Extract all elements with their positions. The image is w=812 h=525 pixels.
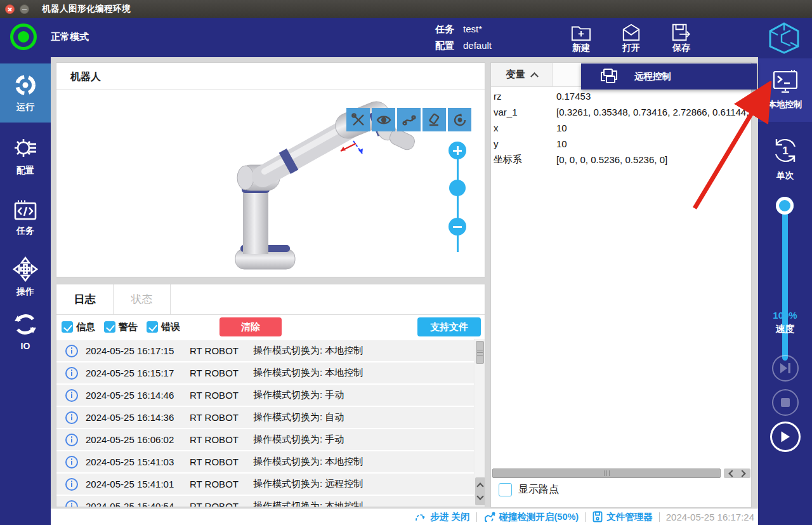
eye-icon [376,112,391,128]
status-datetime: 2024-05-25 16:17:24 [666,512,754,522]
step-forward-button[interactable] [772,355,799,382]
mode-label: 正常模式 [51,31,89,43]
open-icon [620,22,642,43]
divider [585,512,586,522]
nav-task-icon [13,199,37,221]
variable-row: 坐标系[0, 0, 0, 0.5236, 0.5236, 0] [491,152,751,168]
speed-slider-track[interactable] [782,202,788,361]
checkbox-icon [62,321,73,333]
variables-hscrollbar-thumb[interactable] [492,469,721,478]
chevron-up-icon[interactable] [476,483,483,490]
app-header: 正常模式 任务test* 配置default 新建 打开 保存 [0,18,812,57]
sidebar-item-task[interactable]: 任务 [0,189,51,246]
tab-status[interactable]: 状态 [114,284,171,314]
filter-error-checkbox[interactable]: 错误 [147,321,180,333]
new-button[interactable]: 新建 [561,20,601,56]
divider [476,512,477,522]
info-icon [65,411,78,424]
info-icon [65,500,78,507]
zoom-slider-track[interactable] [457,150,459,252]
log-list: 2024-05-25 16:17:15RT ROBOT操作模式切换为: 本地控制… [56,340,474,507]
variables-hscrollbar[interactable] [492,469,750,478]
log-list-wrap: 2024-05-25 16:17:15RT ROBOT操作模式切换为: 本地控制… [56,339,485,507]
close-icon[interactable] [5,4,15,14]
local-control-icon [771,70,799,94]
log-scrollbar[interactable] [475,339,485,507]
log-row: 2024-05-25 16:17:15RT ROBOT操作模式切换为: 本地控制 [56,340,474,361]
brand-logo-icon [766,22,802,55]
rotate-view-button[interactable] [448,108,471,131]
svg-text:1: 1 [782,145,788,157]
sidebar-item-config[interactable]: 配置 [0,127,51,184]
config-label: 配置 [435,37,454,54]
tab-log[interactable]: 日志 [56,284,114,314]
collision-icon [483,511,496,522]
single-run-button[interactable]: 1 单次 [758,128,812,189]
support-files-button[interactable]: 支持文件 [417,317,481,336]
stop-icon [780,397,790,408]
sidebar-item-io[interactable]: IO [0,307,51,356]
erase-button[interactable] [422,108,446,131]
save-button[interactable]: 保存 [661,20,702,56]
mode-indicator-icon [10,23,37,50]
log-scrollbar-buttons[interactable] [475,477,485,505]
zoom-in-icon[interactable] [449,142,466,159]
status-bar: 步进 关闭 碰撞检测开启(50%) 文件管理器 2024-05-25 16:17… [51,508,758,525]
log-scrollbar-thumb[interactable] [476,341,484,364]
variable-row: rz0.17453 [491,88,751,104]
play-button[interactable] [770,422,801,452]
stop-button[interactable] [772,389,799,416]
view-button[interactable] [372,108,395,131]
file-manager-icon [592,511,603,522]
log-row: 2024-05-25 16:15:17RT ROBOT操作模式切换为: 本地控制 [56,362,474,383]
nav-io-icon [13,312,37,336]
log-row: 2024-05-25 16:14:46RT ROBOT操作模式切换为: 手动 [56,385,474,406]
sidebar-item-operate[interactable]: 操作 [0,251,51,302]
chevron-left-icon[interactable] [728,470,735,477]
show-waypoints-checkbox[interactable]: 显示路点 [499,483,559,496]
file-manager-button[interactable]: 文件管理器 [592,511,653,523]
info-icon [65,389,78,402]
sidebar-item-run[interactable]: 运行 [0,63,51,123]
clear-button[interactable]: 清除 [219,317,282,336]
zoom-slider-knob[interactable] [449,180,466,196]
filter-warning-checkbox[interactable]: 警告 [104,321,138,333]
variables-collapse-button[interactable]: 变量 [491,63,553,86]
rotate-icon [452,112,468,128]
local-control-button[interactable]: 本地控制 [758,58,812,122]
robot-3d-view[interactable] [56,90,485,277]
collision-detection-status[interactable]: 碰撞检测开启(50%) [483,511,579,523]
chevron-down-icon[interactable] [476,493,483,500]
nav-operate-icon [13,256,38,282]
path-button[interactable] [397,108,421,131]
config-value: default [463,37,492,54]
variables-hscrollbar-buttons[interactable] [724,469,750,478]
zoom-out-icon[interactable] [449,218,466,236]
save-icon [671,22,692,43]
info-icon [65,367,78,380]
open-button[interactable]: 打开 [611,20,652,56]
chevron-right-icon[interactable] [739,470,746,477]
log-row: 2024-05-25 16:14:36RT ROBOT操作模式切换为: 自动 [56,407,474,428]
remote-control-icon [599,68,618,86]
log-row: 2024-05-25 15:40:54RT ROBOT操作模式切换为: 本地控制 [56,496,474,507]
divider [659,512,660,522]
eraser-icon [427,112,442,128]
log-filters: 信息 警告 错误 清除 支持文件 [56,315,485,339]
variable-row: var_1[0.3261, 0.35348, 0.73416, 2.72866,… [491,104,751,120]
task-label: 任务 [435,21,454,37]
menu-item-remote-control[interactable]: 远程控制 [581,63,757,90]
log-row: 2024-05-25 15:41:01RT ROBOT操作模式切换为: 远程控制 [56,474,474,495]
window-titlebar: 机器人图形化编程环境 [0,0,812,18]
minimize-icon[interactable] [20,4,29,14]
tools-button[interactable] [346,108,370,131]
variables-panel: 变量 rz0.17453 var_1[0.3261, 0.35348, 0.73… [490,62,752,508]
checkbox-icon [104,321,115,333]
speed-slider-knob[interactable] [776,197,794,215]
step-mode-status[interactable]: 步进 关闭 [414,511,469,523]
speed-value: 100% [758,310,812,321]
left-sidebar: 运行 配置 任务 操作 IO 38EB [0,57,51,525]
path-icon [402,112,417,128]
filter-info-checkbox[interactable]: 信息 [62,321,95,333]
variable-row: x10 [491,120,751,136]
